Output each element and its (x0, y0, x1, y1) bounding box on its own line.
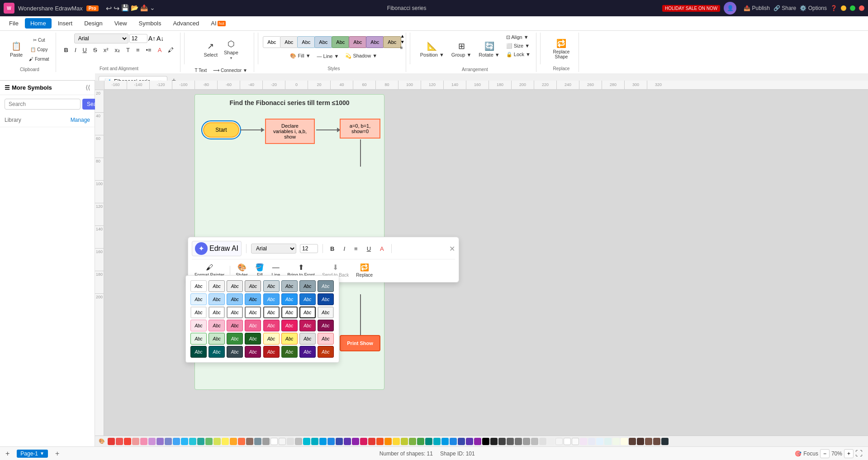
style-swatch-4[interactable]: Abc (314, 36, 332, 48)
color-grey2[interactable] (287, 438, 294, 445)
sidebar-collapse-btn[interactable]: ⟨⟨ (85, 84, 90, 91)
color-cyan4[interactable] (433, 438, 441, 445)
color-amber[interactable] (230, 438, 237, 445)
font-family-select[interactable]: Arial (74, 34, 128, 43)
undo-btn[interactable]: ↩ (106, 4, 112, 13)
color-pink[interactable] (132, 438, 139, 445)
color-yellow2[interactable] (393, 438, 400, 445)
swatch-r5c4[interactable]: Abc (245, 333, 261, 345)
ft-color-btn[interactable]: A (377, 244, 387, 254)
menu-design[interactable]: Design (79, 18, 108, 29)
font-color-btn[interactable]: A (155, 45, 165, 55)
color-yellow[interactable] (222, 438, 229, 445)
color-yellow-light[interactable] (621, 438, 628, 445)
menu-file[interactable]: File (4, 18, 24, 29)
color-purple5[interactable] (466, 438, 473, 445)
style-swatch-3[interactable]: Abc (297, 36, 315, 48)
styles-scroll-down[interactable]: ▼ (400, 39, 405, 44)
swatch-r3c8[interactable]: Abc (318, 307, 334, 318)
color-brown2[interactable] (629, 438, 636, 445)
color-bluegrey[interactable] (254, 438, 261, 445)
swatch-r6c1[interactable]: Abc (190, 346, 207, 358)
copy-btn[interactable]: 📋 Copy (26, 45, 52, 54)
swatch-r3c1[interactable]: Abc (190, 307, 207, 318)
ft-align-btn[interactable]: ≡ (351, 244, 360, 254)
align-btn[interactable]: ⊡ Align ▼ (504, 34, 532, 41)
close-btn[interactable] (859, 5, 864, 11)
color-brown4[interactable] (645, 438, 652, 445)
swatch-r6c7[interactable]: Abc (299, 346, 316, 358)
publish-btn[interactable]: 📤 Publish (744, 5, 770, 11)
focus-icon[interactable]: 🎯 (795, 450, 802, 457)
style-swatch-2[interactable]: Abc (280, 36, 298, 48)
sidebar-menu-icon[interactable]: ☰ (5, 84, 10, 91)
color-green[interactable] (205, 438, 213, 445)
color-dark2[interactable] (498, 438, 506, 445)
ft-replace[interactable]: 🔁 Replace (353, 262, 375, 278)
swatch-r1c2[interactable]: Abc (209, 280, 225, 292)
color-indigo[interactable] (165, 438, 172, 445)
swatch-r3c2[interactable]: Abc (209, 307, 225, 318)
open-btn[interactable]: 📂 (131, 4, 138, 13)
fill-indicator[interactable]: 🎨 (99, 438, 105, 444)
color-blue5[interactable] (450, 438, 457, 445)
more-btn[interactable]: ⌄ (150, 4, 155, 13)
line-btn[interactable]: — Line ▼ (315, 53, 341, 60)
color-purple2[interactable] (157, 438, 164, 445)
swatch-r4c7[interactable]: Abc (299, 320, 316, 331)
style-swatch-5[interactable]: Abc (332, 36, 350, 48)
swatch-r2c8[interactable]: Abc (318, 293, 334, 305)
zoom-in-btn[interactable]: + (844, 449, 854, 458)
style-swatch-8[interactable]: Abc (383, 36, 401, 48)
menu-home[interactable]: Home (25, 18, 52, 29)
swatch-r6c2[interactable]: Abc (209, 346, 225, 358)
list2-btn[interactable]: •≡ (143, 45, 154, 55)
swatch-r1c1[interactable]: Abc (190, 280, 207, 292)
save-btn[interactable]: 💾 (121, 4, 129, 13)
color-purple4[interactable] (352, 438, 359, 445)
minimize-btn[interactable] (841, 5, 846, 11)
color-purple-light[interactable] (580, 438, 587, 445)
bold-btn[interactable]: B (62, 45, 71, 55)
color-teal-light[interactable] (604, 438, 612, 445)
size-btn[interactable]: ⬜ Size ▼ (504, 42, 532, 50)
swatch-r1c3[interactable]: Abc (227, 280, 243, 292)
color-dark3[interactable] (507, 438, 514, 445)
color-white[interactable] (270, 438, 278, 445)
color-brown3[interactable] (637, 438, 644, 445)
share-btn[interactable]: 📤 (140, 4, 148, 13)
color-blue-light[interactable] (596, 438, 603, 445)
search-input[interactable] (5, 99, 81, 110)
swatch-r5c6[interactable]: Abc (281, 333, 298, 345)
color-purple6[interactable] (474, 438, 481, 445)
font-decrease-btn[interactable]: A↓ (157, 35, 164, 42)
color-blue4[interactable] (441, 438, 449, 445)
color-cyan[interactable] (189, 438, 196, 445)
swatch-r5c5[interactable]: Abc (263, 333, 280, 345)
swatch-r2c3[interactable]: Abc (227, 293, 243, 305)
shape-btn[interactable]: ⬡ Shape ▼ (221, 34, 241, 65)
swatch-r2c1[interactable]: Abc (190, 293, 207, 305)
font-increase-btn[interactable]: A↑ (148, 35, 156, 42)
color-purple3[interactable] (344, 438, 351, 445)
swatch-r6c4[interactable]: Abc (245, 346, 261, 358)
swatch-r4c2[interactable]: Abc (209, 320, 225, 331)
styles-scroll-up[interactable]: ▲ (400, 34, 405, 38)
replace-shape-btn[interactable]: 🔁 Replace Shape (548, 34, 575, 64)
swatch-r3c6[interactable]: Abc (281, 307, 298, 318)
ft-font-size[interactable] (300, 244, 318, 253)
swatch-r6c8[interactable]: Abc (318, 346, 334, 358)
italic-btn[interactable]: I (72, 45, 79, 55)
underline-btn[interactable]: U (80, 45, 90, 55)
font-size-input[interactable] (129, 34, 147, 43)
ft-underline-btn[interactable]: U (364, 244, 374, 254)
color-light-blue[interactable] (181, 438, 188, 445)
color-orange3[interactable] (384, 438, 392, 445)
styles-expand[interactable]: ≡ (400, 45, 405, 50)
ft-italic-btn[interactable]: I (341, 244, 348, 254)
shape-print[interactable]: Print Show (340, 335, 380, 351)
swatch-r4c1[interactable]: Abc (190, 320, 207, 331)
color-indigo-light[interactable] (588, 438, 595, 445)
style-swatch-7[interactable]: Abc (366, 36, 384, 48)
color-blue2[interactable] (319, 438, 327, 445)
